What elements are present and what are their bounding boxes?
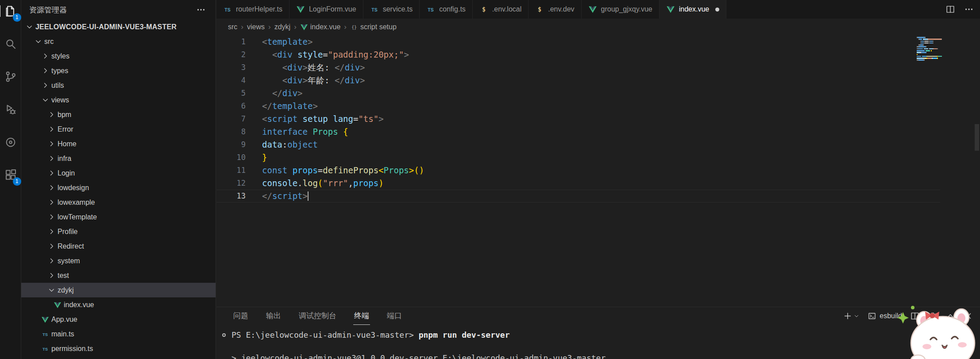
code-line-2[interactable]: 2 <div style="padding:20px;"> — [216, 48, 940, 61]
activity-search-button[interactable] — [4, 37, 17, 51]
code-line-3[interactable]: 3 <div>姓名: </div> — [216, 61, 940, 74]
tree-item-src[interactable]: src — [21, 34, 216, 49]
breadcrumb-script setup[interactable]: {}script setup — [350, 23, 397, 31]
tree-item-main.ts[interactable]: TSmain.ts — [21, 327, 216, 341]
tab-routerHelper.ts[interactable]: TSrouterHelper.ts — [216, 0, 289, 19]
tree-item-utils[interactable]: utils — [21, 78, 216, 93]
tree-item-system[interactable]: system — [21, 254, 216, 268]
new-terminal-button[interactable] — [843, 311, 860, 321]
tree-item-types[interactable]: types — [21, 63, 216, 78]
tab-service.ts[interactable]: TSservice.ts — [363, 0, 420, 19]
tab-label: service.ts — [383, 5, 413, 13]
activity-remote-button[interactable] — [4, 136, 17, 149]
env-file-icon: $ — [535, 5, 544, 14]
editor-scrollbar[interactable] — [975, 124, 979, 151]
tree-item-label: lowdesign — [58, 184, 89, 192]
activity-extensions-button[interactable]: 1 — [4, 168, 17, 182]
tree-item-label: lowTemplate — [58, 213, 97, 221]
code-line-10[interactable]: 10} — [216, 151, 940, 164]
panel-tab-端口[interactable]: 端口 — [386, 307, 403, 325]
minimap[interactable] — [917, 37, 942, 62]
tab-.env.local[interactable]: $.env.local — [473, 0, 529, 19]
more-actions-icon[interactable] — [196, 5, 206, 15]
breadcrumb-src[interactable]: src — [228, 23, 237, 31]
tree-item-Home[interactable]: Home — [21, 137, 216, 151]
search-icon — [4, 37, 17, 51]
vue-file-icon — [52, 300, 63, 309]
kill-terminal-button[interactable] — [928, 311, 938, 321]
tab-group_gjxqy.vue[interactable]: group_gjxqy.vue — [582, 0, 660, 19]
tab-label: .env.local — [492, 5, 521, 13]
modified-dot-icon — [715, 8, 719, 12]
code-editor[interactable]: 1<template>2 <div style="padding:20px;">… — [216, 35, 980, 307]
ts-file-icon: TS — [426, 5, 435, 14]
panel-tab-终端[interactable]: 终端 — [353, 307, 370, 325]
maximize-panel-button[interactable] — [945, 311, 955, 321]
tree-item-Profile[interactable]: Profile — [21, 224, 216, 239]
breadcrumb: src›views›zdykj›index.vue›{}script setup — [216, 19, 980, 35]
tree-item-Error[interactable]: Error — [21, 122, 216, 137]
panel-tab-输出[interactable]: 输出 — [265, 307, 282, 325]
code-line-8[interactable]: 8interface Props { — [216, 125, 940, 138]
tree-item-Redirect[interactable]: Redirect — [21, 239, 216, 254]
chevron-right-icon — [46, 110, 57, 120]
chevron-right-icon — [40, 66, 50, 76]
tree-item-label: types — [51, 67, 68, 75]
tree-item-bpm[interactable]: bpm — [21, 107, 216, 122]
code-line-4[interactable]: 4 <div>年龄: </div> — [216, 74, 940, 87]
tree-item-index.vue[interactable]: index.vue — [21, 297, 216, 312]
tree-item-JEELOWCODE-UI-ADMIN-VUE3-MASTER[interactable]: JEELOWCODE-UI-ADMIN-VUE3-MASTER — [21, 20, 216, 34]
tree-item-zdykj[interactable]: zdykj — [21, 283, 216, 297]
code-line-9[interactable]: 9data:object — [216, 138, 940, 151]
breadcrumb-label: zdykj — [274, 23, 290, 31]
tree-item-permission.ts[interactable]: TSpermission.ts — [21, 341, 216, 356]
activity-run-debug-button[interactable] — [4, 103, 17, 116]
tree-item-App.vue[interactable]: App.vue — [21, 312, 216, 327]
code-line-6[interactable]: 6</template> — [216, 100, 940, 113]
tree-item-lowTemplate[interactable]: lowTemplate — [21, 210, 216, 224]
breadcrumb-label: index.vue — [310, 23, 341, 31]
tab-LoginForm.vue[interactable]: LoginForm.vue — [289, 0, 363, 19]
editor-group: TSrouterHelper.tsLoginForm.vueTSservice.… — [216, 0, 980, 359]
activity-explorer-button[interactable]: 1 — [4, 4, 17, 18]
tree-item-lowdesign[interactable]: lowdesign — [21, 180, 216, 195]
split-editor-button[interactable] — [945, 4, 955, 14]
code-line-5[interactable]: 5 </div> — [216, 87, 940, 100]
tree-item-label: zdykj — [58, 286, 73, 294]
source-control-icon — [4, 70, 17, 83]
editor-more-actions-button[interactable] — [964, 4, 974, 14]
code-text: <div>姓名: </div> — [246, 61, 365, 74]
terminal[interactable]: PS E:\jeelowcode-ui-admin-vue3-master> p… — [216, 325, 980, 359]
tab-label: group_gjxqy.vue — [601, 5, 652, 13]
tree-item-label: Login — [58, 169, 75, 177]
code-line-7[interactable]: 7<script setup lang="ts"> — [216, 113, 940, 125]
breadcrumb-index.vue[interactable]: index.vue — [300, 23, 341, 31]
tree-item-test[interactable]: test — [21, 268, 216, 283]
breadcrumb-views[interactable]: views — [247, 23, 265, 31]
tree-item-lowexample[interactable]: lowexample — [21, 195, 216, 210]
close-panel-button[interactable] — [963, 311, 973, 321]
code-line-11[interactable]: 11const props=defineProps<Props>() — [216, 164, 940, 177]
tab-index.vue[interactable]: index.vue — [660, 0, 727, 19]
breadcrumb-label: script setup — [360, 23, 397, 31]
code-line-13[interactable]: 13</script> — [216, 190, 940, 203]
code-line-1[interactable]: 1<template> — [216, 35, 940, 48]
breadcrumb-separator-icon: › — [344, 23, 347, 31]
tab-config.ts[interactable]: TSconfig.ts — [420, 0, 473, 19]
tree-item-styles[interactable]: styles — [21, 49, 216, 63]
breadcrumb-zdykj[interactable]: zdykj — [274, 23, 290, 31]
code-line-12[interactable]: 12console.log("rrr",props) — [216, 177, 940, 190]
tree-item-infra[interactable]: infra — [21, 151, 216, 166]
terminal-tab-esbuild[interactable]: esbuild — [868, 312, 902, 320]
panel-tab-调试控制台[interactable]: 调试控制台 — [298, 307, 337, 325]
chevron-right-icon — [46, 139, 57, 149]
tab-.env.dev[interactable]: $.env.dev — [529, 0, 581, 19]
chevron-down-icon — [853, 313, 860, 319]
svg-text:TS: TS — [42, 332, 48, 337]
tree-item-Login[interactable]: Login — [21, 166, 216, 180]
activity-source-control-button[interactable] — [4, 70, 17, 83]
tree-item-views[interactable]: views — [21, 93, 216, 107]
split-terminal-button[interactable] — [910, 311, 920, 321]
panel-tab-问题[interactable]: 问题 — [232, 307, 249, 325]
panel-tab-label: 输出 — [266, 311, 281, 321]
